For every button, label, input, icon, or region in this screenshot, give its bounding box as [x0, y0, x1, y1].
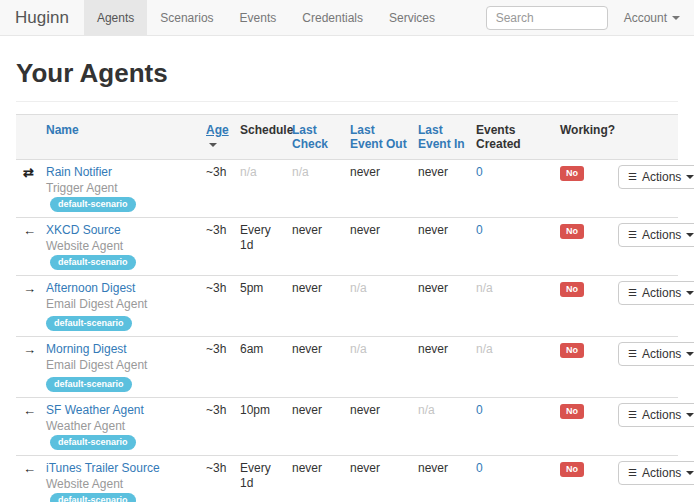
header-schedule: Schedule [236, 115, 288, 160]
schedule-cell: n/a [236, 160, 288, 218]
header-actions-spacer [614, 115, 678, 160]
table-header-row: Name Age Schedule Last Check Last Event … [16, 115, 678, 160]
events-created-link[interactable]: 0 [476, 165, 483, 179]
events-created-link[interactable]: 0 [476, 461, 483, 475]
caret-down-icon [686, 352, 694, 356]
events-created-link: n/a [476, 281, 493, 295]
navbar-right: Account [486, 0, 694, 35]
nav-menu: Agents Scenarios Events Credentials Serv… [84, 0, 448, 35]
header-icon-spacer [16, 115, 42, 160]
working-badge: No [560, 404, 584, 419]
agent-name-link[interactable]: iTunes Trailer Source [46, 461, 160, 475]
header-last-check[interactable]: Last Check [288, 115, 346, 160]
age-cell: ~3h [202, 276, 236, 337]
scenario-badge[interactable]: default-scenario [46, 377, 132, 392]
last-check-cell: never [288, 337, 346, 398]
agent-type-label: Website Agent [46, 239, 123, 253]
page-title: Your Agents [16, 58, 678, 89]
agent-name-link[interactable]: Rain Notifier [46, 165, 112, 179]
table-row: ⇄ Rain Notifier Trigger Agentdefault-sce… [16, 160, 678, 218]
header-age[interactable]: Age [202, 115, 236, 160]
age-cell: ~3h [202, 456, 236, 502]
nav-item-agents[interactable]: Agents [84, 0, 147, 35]
list-icon: ☰ [628, 347, 637, 361]
main-content: Your Agents Name Age Schedule Last Check… [0, 58, 694, 502]
agents-table-body: ⇄ Rain Notifier Trigger Agentdefault-sce… [16, 160, 678, 502]
events-created-link[interactable]: 0 [476, 223, 483, 237]
scenario-badge[interactable]: default-scenario [46, 316, 132, 331]
last-event-out-cell: never [346, 398, 414, 456]
working-badge: No [560, 282, 584, 297]
caret-down-icon [672, 16, 680, 20]
schedule-cell: 6am [236, 337, 288, 398]
last-event-in-cell: never [414, 160, 472, 218]
last-event-out-cell: never [346, 218, 414, 276]
header-working: Working? [556, 115, 614, 160]
header-last-event-out[interactable]: Last Event Out [346, 115, 414, 160]
caret-down-icon [686, 471, 694, 475]
nav-item-events[interactable]: Events [227, 0, 290, 35]
schedule-cell: Every 1d [236, 218, 288, 276]
agent-name-link[interactable]: XKCD Source [46, 223, 121, 237]
last-check-cell: never [288, 218, 346, 276]
agent-name-link[interactable]: SF Weather Agent [46, 403, 144, 417]
navbar: Huginn Agents Scenarios Events Credentia… [0, 0, 694, 36]
schedule-cell: 10pm [236, 398, 288, 456]
account-menu[interactable]: Account [624, 11, 680, 25]
table-row: ← XKCD Source Website Agentdefault-scena… [16, 218, 678, 276]
last-check-cell: never [288, 456, 346, 502]
last-event-out-cell: never [346, 160, 414, 218]
header-name[interactable]: Name [42, 115, 202, 160]
actions-button[interactable]: ☰Actions [618, 281, 694, 305]
age-cell: ~3h [202, 398, 236, 456]
nav-item-scenarios[interactable]: Scenarios [147, 0, 226, 35]
name-cell: Afternoon Digest Email Digest Agentdefau… [46, 281, 198, 331]
nav-item-services[interactable]: Services [376, 0, 448, 35]
actions-button-label: Actions [642, 228, 681, 242]
header-events-created: Events Created [472, 115, 556, 160]
search-input[interactable] [486, 6, 608, 30]
working-badge: No [560, 462, 584, 477]
scenario-badge[interactable]: default-scenario [50, 197, 136, 212]
scenario-badge[interactable]: default-scenario [50, 493, 136, 502]
agent-name-link[interactable]: Afternoon Digest [46, 281, 135, 295]
last-check-cell: n/a [288, 160, 346, 218]
last-event-in-cell: never [414, 276, 472, 337]
nav-item-credentials[interactable]: Credentials [289, 0, 376, 35]
list-icon: ☰ [628, 408, 637, 422]
title-divider [16, 101, 678, 102]
schedule-cell: Every 1d [236, 456, 288, 502]
last-event-out-cell: n/a [346, 276, 414, 337]
actions-button[interactable]: ☰Actions [618, 342, 694, 366]
age-cell: ~3h [202, 160, 236, 218]
brand-link[interactable]: Huginn [0, 0, 84, 35]
name-cell: SF Weather Agent Weather Agentdefault-sc… [46, 403, 198, 450]
actions-button[interactable]: ☰Actions [618, 461, 694, 485]
last-event-out-cell: n/a [346, 337, 414, 398]
table-row: ← SF Weather Agent Weather Agentdefault-… [16, 398, 678, 456]
header-last-event-in[interactable]: Last Event In [414, 115, 472, 160]
actions-button[interactable]: ☰Actions [618, 403, 694, 427]
scenario-badge[interactable]: default-scenario [50, 435, 136, 450]
actions-button[interactable]: ☰Actions [618, 223, 694, 247]
working-badge: No [560, 224, 584, 239]
age-cell: ~3h [202, 337, 236, 398]
table-row: → Afternoon Digest Email Digest Agentdef… [16, 276, 678, 337]
events-created-link[interactable]: 0 [476, 403, 483, 417]
name-cell: iTunes Trailer Source Website Agentdefau… [46, 461, 198, 502]
agent-type-label: Website Agent [46, 477, 123, 491]
working-badge: No [560, 166, 584, 181]
actions-button[interactable]: ☰Actions [618, 165, 694, 189]
list-icon: ☰ [628, 466, 637, 480]
scenario-badge[interactable]: default-scenario [50, 255, 136, 270]
name-cell: XKCD Source Website Agentdefault-scenari… [46, 223, 198, 270]
agent-name-link[interactable]: Morning Digest [46, 342, 127, 356]
name-cell: Rain Notifier Trigger Agentdefault-scena… [46, 165, 198, 212]
last-check-cell: never [288, 276, 346, 337]
working-badge: No [560, 343, 584, 358]
agent-type-label: Email Digest Agent [46, 358, 147, 372]
list-icon: ☰ [628, 228, 637, 242]
caret-down-icon [686, 175, 694, 179]
caret-down-icon [686, 291, 694, 295]
arrow-left-icon: ← [23, 223, 36, 238]
